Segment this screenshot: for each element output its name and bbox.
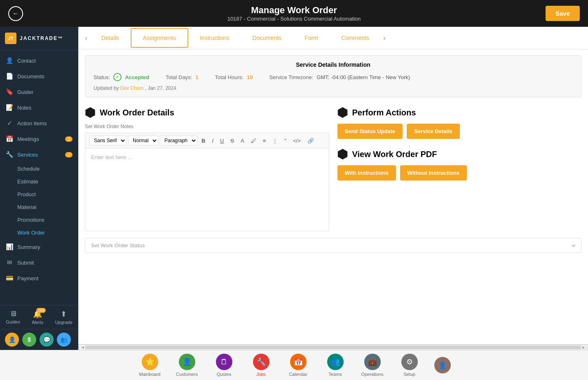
sidebar-item-contact[interactable]: 👤 Contact: [0, 53, 78, 68]
nav-mainboard[interactable]: ⭐ Mainboard: [138, 354, 162, 377]
quote-button[interactable]: ": [282, 136, 289, 145]
sidebar-item-action-items[interactable]: ✓ Action Items: [0, 115, 78, 131]
editor-body[interactable]: Enter text here ...: [85, 148, 329, 231]
tab-instructions[interactable]: Instructions: [188, 29, 241, 47]
mainboard-icon: ⭐: [142, 354, 158, 370]
sidebar-guides[interactable]: 🖥 Guides: [6, 310, 20, 325]
setup-label: Setup: [403, 372, 415, 377]
send-status-update-button[interactable]: Send Status Update: [337, 124, 403, 139]
sidebar-item-label: Notes: [17, 105, 31, 111]
font-select[interactable]: Sans Serif: [89, 136, 127, 145]
code-button[interactable]: </>: [290, 136, 303, 145]
sidebar-item-label: Summary: [17, 244, 40, 250]
with-instructions-button[interactable]: With Instructions: [337, 165, 396, 181]
scrollbar-track[interactable]: [86, 346, 581, 349]
updated-row: Updated by Dev Cham , Jan 27, 2024: [94, 85, 573, 91]
services-badge: 1: [65, 152, 73, 157]
service-details-button[interactable]: Service Details: [407, 124, 460, 139]
timezone-field: Service Timezone: GMT: -04:00 (Eastern T…: [269, 74, 410, 80]
services-icon: 🔧: [6, 151, 13, 158]
back-button[interactable]: ←: [8, 6, 23, 21]
sidebar-item-notes[interactable]: 📝 Notes: [0, 100, 78, 115]
highlight-button[interactable]: 🖊: [248, 136, 259, 145]
footer-chat-icon[interactable]: 💬: [40, 333, 54, 347]
tabs-prev-button[interactable]: ‹: [82, 34, 90, 42]
italic-button[interactable]: I: [209, 136, 216, 145]
color-button[interactable]: A: [238, 136, 247, 145]
total-hours-value: 10: [247, 74, 253, 80]
meetings-badge: 0: [65, 136, 73, 142]
service-info-bar: Service Details Information Status: ✓ Ac…: [85, 55, 581, 97]
tab-form[interactable]: Form: [293, 29, 330, 47]
customers-label: Customers: [176, 372, 198, 377]
sidebar-bottom: 🖥 Guides 🔔 268 Alerts ⬆ Upgrade: [0, 305, 78, 329]
sidebar-footer: 👤 $ 💬 👥: [0, 329, 78, 350]
sidebar-sub-promotions[interactable]: Promotions: [0, 213, 78, 226]
nav-jobs[interactable]: 🔧 Jobs: [249, 354, 274, 377]
page-subtitle: 10187 - Commercial - Solutions Commercia…: [227, 16, 361, 22]
sidebar-item-guider[interactable]: 🔖 Guider: [0, 84, 78, 100]
nav-customers[interactable]: 👤 Customers: [175, 354, 199, 377]
meetings-icon: 📅: [6, 135, 13, 143]
user-avatar[interactable]: 👤: [434, 357, 451, 373]
without-instructions-button[interactable]: Without Instructions: [400, 165, 467, 181]
status-select[interactable]: Set Work Order Status: [85, 238, 581, 253]
view-pdf-header: View Work Order PDF: [337, 149, 582, 160]
sidebar-item-payment[interactable]: 💳 Payment: [0, 270, 78, 286]
sidebar-item-documents[interactable]: 📄 Documents: [0, 68, 78, 84]
nav-quotes[interactable]: 🗒 Quotes: [212, 354, 237, 377]
perform-actions-hexagon-icon: [337, 107, 348, 118]
view-pdf-section: View Work Order PDF With Instructions Wi…: [337, 149, 582, 181]
scroll-right-indicator[interactable]: ►: [581, 345, 586, 350]
nav-operations[interactable]: 💼 Operations: [360, 354, 385, 377]
sidebar-sub-schedule[interactable]: Schedule: [0, 162, 78, 175]
save-button[interactable]: Save: [546, 6, 580, 21]
strikethrough-button[interactable]: S: [228, 136, 237, 145]
sidebar-sub-estimate[interactable]: Estimate: [0, 175, 78, 188]
teams-icon: 👥: [327, 354, 344, 370]
guides-icon: 🖥: [9, 310, 17, 318]
footer-dollar-icon[interactable]: $: [22, 333, 36, 347]
sidebar-upgrade[interactable]: ⬆ Upgrade: [55, 310, 73, 325]
tab-assignments[interactable]: Assignments: [131, 28, 188, 48]
more-options-button[interactable]: ⋮: [270, 136, 280, 145]
scroll-left-indicator[interactable]: ◄: [80, 345, 86, 350]
sidebar-alerts[interactable]: 🔔 268 Alerts: [32, 310, 43, 325]
quotes-icon: 🗒: [216, 354, 232, 370]
sidebar-item-submit[interactable]: ✉ Submit: [0, 255, 78, 270]
total-days-field: Total Days: 1: [166, 74, 199, 80]
status-dropdown-container: Set Work Order Status: [85, 238, 581, 253]
footer-group-icon[interactable]: 👥: [57, 333, 71, 347]
paragraph-select[interactable]: Paragraph: [160, 136, 197, 145]
footer-user-icon[interactable]: 👤: [5, 333, 19, 347]
updated-label: Updated by: [94, 85, 119, 91]
sidebar-item-meetings[interactable]: 📅 Meetings 0: [0, 131, 78, 147]
teams-label: Teams: [328, 372, 342, 377]
size-select[interactable]: Normal: [128, 136, 158, 145]
bold-button[interactable]: B: [199, 136, 208, 145]
tabs-next-button[interactable]: ›: [381, 34, 388, 42]
work-order-details-header: Work Order Details: [85, 107, 329, 118]
sidebar-sub-product[interactable]: Product: [0, 188, 78, 201]
tab-details[interactable]: Details: [90, 29, 131, 47]
sidebar-sub-material[interactable]: Material: [0, 201, 78, 213]
sidebar-item-services[interactable]: 🔧 Services 1: [0, 147, 78, 162]
content-area: ‹ Details Assignments Instructions Docum…: [78, 27, 588, 350]
nav-setup[interactable]: ⚙ Setup: [397, 354, 422, 377]
nav-teams[interactable]: 👥 Teams: [323, 354, 348, 377]
operations-icon: 💼: [364, 354, 381, 370]
perform-actions-header: Perform Actions: [337, 107, 582, 118]
alerts-label: Alerts: [32, 320, 43, 325]
nav-calendar[interactable]: 📅 Calendar: [286, 354, 311, 377]
link-button[interactable]: 🔗: [305, 136, 316, 145]
total-hours-field: Total Hours: 10: [215, 74, 253, 80]
underline-button[interactable]: U: [218, 136, 226, 145]
sidebar-item-label: Documents: [17, 73, 45, 80]
sidebar-item-summary[interactable]: 📊 Summary: [0, 239, 78, 255]
sidebar-sub-work-order[interactable]: Work Order: [0, 226, 78, 239]
tab-documents[interactable]: Documents: [241, 29, 293, 47]
tab-comments[interactable]: Comments: [330, 29, 381, 47]
editor-placeholder: Enter text here ...: [91, 154, 132, 160]
work-order-sections: Work Order Details Set Work Order Notes …: [78, 103, 588, 238]
list-button[interactable]: ≡: [260, 136, 269, 145]
